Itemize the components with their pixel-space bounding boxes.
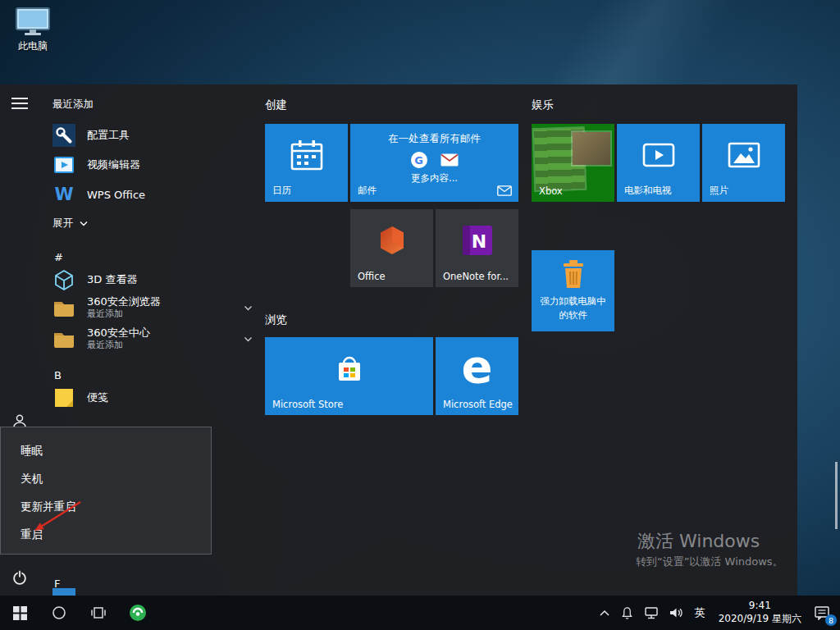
tray-clock[interactable]: 9:41 2020/9/19 星期六 [711,596,809,630]
activate-windows-subtext: 转到“设置”以激活 Windows。 [636,555,783,569]
envelope-icon [441,153,459,167]
speaker-icon [669,607,683,619]
clock-date: 2020/9/19 星期六 [719,613,801,626]
desktop-icon-this-pc[interactable]: 此电脑 [10,7,56,53]
menu-item-sleep[interactable]: 睡眠 [1,436,211,464]
cortana-icon [52,605,66,620]
group-header-create[interactable]: 创建 [265,98,287,112]
tile-xbox[interactable]: Xbox [532,124,614,202]
app-item-partial[interactable] [52,585,256,596]
tile-office[interactable]: Office [350,209,433,287]
app-item-video-editor[interactable]: 视频编辑器 [52,150,256,180]
folder-icon [52,327,75,350]
browser-360-icon [129,604,147,622]
calendar-icon [290,139,324,171]
video-editor-icon [52,153,75,176]
group-item-360-center[interactable]: 360安全中心 最近添加 [52,321,256,357]
windows-logo-icon [13,606,27,620]
app-label: 360安全中心 [87,326,150,340]
sticky-note-icon [52,386,75,409]
app-item-wps-office[interactable]: W WPS Office [52,180,256,209]
cortana-search-button[interactable] [39,596,79,630]
bell-icon [621,606,633,619]
expand-label: 展开 [52,217,73,231]
menu-item-shutdown[interactable]: 关机 [1,464,211,492]
photos-icon [727,141,761,169]
app-label: 360安全浏览器 [87,295,161,308]
task-view-button[interactable] [79,596,118,630]
browser-360-button[interactable] [118,596,158,630]
tile-label: 照片 [710,185,728,197]
power-flyout: 睡眠 关机 更新并重启 重启 [0,427,212,555]
tile-label: OneNote for... [443,271,509,282]
menu-item-update-restart[interactable]: 更新并重启 [1,492,211,520]
start-button[interactable] [0,596,39,630]
wps-icon: W [52,183,75,206]
svg-text:N: N [471,231,486,252]
app-item-config-tools[interactable]: 配置工具 [52,121,256,150]
tile-uninstaller[interactable]: 强力卸载电脑中 的软件 [532,250,614,331]
chevron-down-icon[interactable] [244,336,253,342]
task-view-icon [91,606,106,619]
mail-more-text: 更多内容... [350,172,518,185]
tray-expand-button[interactable] [594,596,615,630]
activate-windows-watermark: 激活 Windows [637,529,760,554]
tile-photos[interactable]: 照片 [702,124,785,202]
app-sublabel: 最近添加 [87,340,150,351]
tile-label: Microsoft Edge [443,399,513,410]
expand-button[interactable]: 展开 [52,213,88,233]
tile-text-line1: 强力卸载电脑中 [532,294,614,308]
this-pc-icon [14,7,52,38]
tray-network-button[interactable] [639,596,664,630]
tile-calendar[interactable]: 日历 [265,124,348,202]
trash-bin-icon [559,258,588,290]
tile-mail[interactable]: 在一处查看所有邮件 G 更多内容... 邮件 [350,124,518,202]
app-icon [52,588,75,596]
power-button[interactable] [10,568,30,587]
chevron-down-icon [80,221,88,226]
app-label: 3D 查看器 [87,272,137,287]
tile-onenote[interactable]: N OneNote for... [436,209,518,287]
menu-item-restart[interactable]: 重启 [1,520,211,548]
tile-text-line2: 的软件 [532,308,614,322]
tile-label: 电影和电视 [624,185,672,197]
network-icon [645,607,658,619]
hamburger-menu-button[interactable] [11,98,28,109]
tile-movies-tv[interactable]: 电影和电视 [617,124,700,202]
tray-alarm-button[interactable] [615,596,639,630]
tile-microsoft-store[interactable]: Microsoft Store [265,337,433,415]
chevron-up-icon [600,609,609,616]
action-center-button[interactable]: 8 [809,596,840,630]
app-label: WPS Office [87,189,145,201]
this-pc-label: 此电脑 [18,40,48,52]
chevron-down-icon[interactable] [244,305,253,311]
app-sublabel: 最近添加 [87,308,161,320]
tray-language-indicator[interactable]: 英 [689,596,711,630]
tiles-scrollbar[interactable] [835,462,838,529]
desktop: 此电脑 最近添加 [0,0,840,630]
tile-label: Microsoft Store [272,399,343,410]
group-header-entertainment[interactable]: 娱乐 [532,98,554,112]
tile-label: 日历 [272,185,291,197]
notification-badge: 8 [825,614,837,626]
taskbar: 英 9:41 2020/9/19 星期六 8 [0,596,840,630]
movies-tv-icon [641,140,676,170]
mail-live-headline: 在一处查看所有邮件 [350,132,518,146]
system-tray: 英 9:41 2020/9/19 星期六 8 [594,596,840,630]
tile-label: Office [358,271,386,282]
folder-icon [52,296,75,319]
onenote-icon: N [461,224,494,257]
xbox-live-photo [573,132,610,165]
tray-volume-button[interactable] [664,596,689,630]
svg-text:W: W [54,185,73,204]
tile-microsoft-edge[interactable]: e Microsoft Edge [436,337,518,415]
app-item-sticky-notes[interactable]: 便笺 [52,383,256,413]
group-header-browse[interactable]: 浏览 [265,313,287,327]
tile-label: Xbox [539,185,563,197]
google-icon: G [411,152,427,168]
store-icon [333,351,366,386]
power-icon [11,568,29,587]
3d-viewer-icon [52,268,75,291]
tile-label: 邮件 [358,185,377,197]
mail-envelope-icon [497,185,512,196]
